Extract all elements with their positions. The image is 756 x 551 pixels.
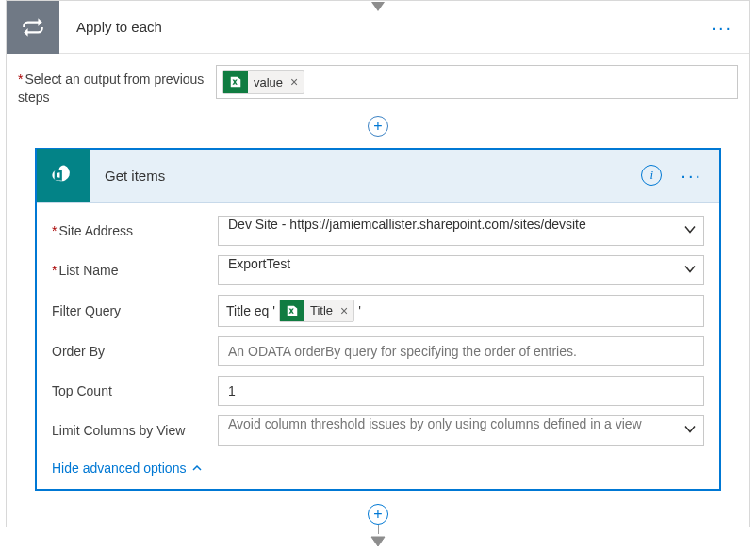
site-address-label: Site Address	[52, 223, 218, 238]
list-name-value: ExportTest	[228, 256, 290, 271]
get-items-card: Get items i ··· Site Address Dev Site - …	[35, 148, 721, 491]
filter-query-prefix: Title eq '	[226, 303, 275, 318]
order-by-label: Order By	[52, 344, 218, 359]
bottom-connector: +	[368, 504, 388, 549]
remove-token-icon[interactable]: ×	[290, 74, 298, 89]
select-output-input[interactable]: value ×	[216, 65, 738, 99]
value-token[interactable]: value ×	[222, 70, 304, 94]
remove-token-icon[interactable]: ×	[340, 303, 348, 318]
title-token-label: Title	[310, 303, 333, 317]
value-token-label: value	[254, 75, 283, 89]
list-name-select[interactable]: ExportTest	[218, 255, 704, 285]
info-icon[interactable]: i	[641, 165, 662, 186]
title-token[interactable]: Title ×	[279, 300, 354, 322]
site-address-select[interactable]: Dev Site - https://jamiemcallister.share…	[218, 216, 704, 246]
excel-icon	[280, 300, 304, 321]
loop-icon	[7, 1, 59, 54]
hide-advanced-label: Hide advanced options	[52, 461, 186, 476]
limit-columns-label: Limit Columns by View	[52, 423, 218, 438]
filter-query-suffix: '	[358, 303, 361, 318]
apply-to-each-title: Apply to each	[76, 19, 162, 35]
filter-query-label: Filter Query	[52, 303, 218, 318]
get-items-header[interactable]: Get items i ···	[37, 150, 719, 203]
limit-columns-select[interactable]: Avoid column threshold issues by only us…	[218, 415, 704, 446]
filter-query-input[interactable]: Title eq ' Title × '	[218, 295, 704, 327]
add-action-button[interactable]: +	[368, 116, 388, 137]
apply-to-each-menu-button[interactable]: ···	[705, 14, 738, 41]
sharepoint-icon	[37, 149, 90, 202]
add-action-after-button[interactable]: +	[368, 504, 388, 525]
top-count-input[interactable]	[218, 376, 704, 406]
select-output-label: Select an output from previous steps	[18, 65, 208, 106]
hide-advanced-toggle[interactable]: Hide advanced options	[52, 455, 203, 479]
limit-columns-value: Avoid column threshold issues by only us…	[228, 416, 642, 431]
chevron-up-icon	[191, 462, 203, 474]
get-items-menu-button[interactable]: ···	[675, 162, 708, 188]
site-address-value: Dev Site - https://jamiemcallister.share…	[228, 217, 586, 232]
order-by-input[interactable]	[218, 336, 704, 366]
excel-icon	[223, 71, 248, 93]
down-arrow-icon	[370, 534, 386, 549]
apply-to-each-card: Apply to each ··· Select an output from …	[6, 0, 750, 527]
list-name-label: List Name	[52, 263, 218, 278]
get-items-title: Get items	[105, 168, 165, 184]
top-arrow-connector	[370, 0, 386, 14]
top-count-label: Top Count	[52, 383, 218, 398]
